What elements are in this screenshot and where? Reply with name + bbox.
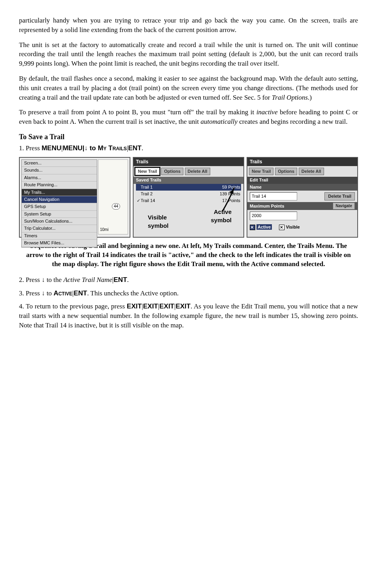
menu-key: MENU [41,144,61,152]
text: |↓ to [83,144,98,152]
menu-item[interactable]: Timers [22,233,97,240]
active-trail-name-term: Active Trail Name [63,276,112,284]
options-button[interactable]: Options [161,168,183,175]
text: 3. Press ↓ to [19,289,53,297]
text: . This unchecks the Active option. [87,289,179,297]
menu-item[interactable]: Route Planning... [22,182,97,189]
text: . [127,276,129,284]
new-trail-button[interactable]: New Trail [135,168,160,175]
text: creates and begins recording a new trail… [238,118,348,125]
checkbox-row: Active Visible [250,224,355,230]
active-checkbox[interactable] [250,225,255,230]
exit-key: EXIT [175,303,190,310]
figure-row: Screen... Sounds... Alarms... Route Plan… [19,157,358,238]
step-3: 3. Press ↓ to Active|ENT. This unchecks … [19,289,358,298]
text: 4. To return to the previous page, press [19,303,127,310]
saved-trails-header: Saved Trails [134,177,243,183]
exit-key: EXIT [159,303,174,310]
visible-symbol-label: Visiblesymbol [148,213,169,230]
max-points-field: 2000 [250,212,355,220]
trails-title: Trails [134,158,243,166]
trail-name: Trail 14 [141,198,155,203]
trails-button-row: New Trail Options Delete All [134,166,243,177]
trail-options-term: Trail Options [272,94,308,101]
text: . [141,144,143,152]
trail-name-input[interactable]: Trail 14 [250,192,297,200]
trails-title: Trails [247,158,357,166]
new-trail-button[interactable]: New Trail [249,168,273,175]
ent-key: ENT [128,144,141,152]
text: To preserve a trail from point A to poin… [19,108,256,116]
paragraph-3: By default, the trail flashes once a sec… [19,74,358,102]
max-points-input[interactable]: 2000 [250,212,297,220]
exit-key: EXIT [143,303,158,310]
delete-all-button[interactable]: Delete All [185,168,210,175]
paragraph-1: particularly handy when you are trying t… [19,16,358,35]
delete-all-button[interactable]: Delete All [299,168,324,175]
trail-name: Trail 1 [141,185,153,189]
paragraph-4: To preserve a trail from point A to poin… [19,108,358,127]
menu-item[interactable]: Sun/Moon Calculations... [22,218,97,225]
options-button[interactable]: Options [275,168,297,175]
menu-item-cancel-nav[interactable]: Cancel Navigation [22,196,97,203]
main-menu: Screen... Sounds... Alarms... Route Plan… [21,159,97,248]
save-trail-heading: To Save a Trail [19,132,358,142]
map-scale: 10mi [100,227,109,233]
menu-item-my-trails[interactable]: My Trails... [22,189,97,196]
my-trails-key: My Trails [98,144,126,152]
ent-key: ENT [114,276,127,284]
screenshot-edit-trail-panel: Trails New Trail Options Delete All Edit… [247,157,358,238]
max-points-label: Maximum Points [250,203,284,209]
menu-item[interactable]: GPS Setup [22,203,97,210]
text: .) [308,94,312,101]
menu-item[interactable]: Screen... [22,160,97,167]
visible-label: Visible [286,225,300,229]
map-marker: 44 [112,203,120,210]
menu-item[interactable]: Browse MMC Files... [22,240,97,247]
step-2: 2. Press ↓ to the Active Trail Name|ENT. [19,275,358,285]
max-points-row: Maximum Points Navigate [247,202,357,210]
inactive-term: inactive [256,108,278,116]
visible-check: ✓ [137,198,141,204]
exit-key: EXIT [127,303,142,310]
name-row: Trail 14 Delete Trail [250,192,355,200]
name-label: Name [247,184,357,191]
menu-item[interactable]: Trip Calculator... [22,225,97,232]
screenshot-trails-panel: Trails New Trail Options Delete All Save… [133,157,244,238]
trail-name: Trail 2 [141,191,153,196]
step-1: 1. Press MENU|MENU|↓ to My Trails|ENT. [19,144,358,153]
text: 1. Press [19,144,41,152]
paragraph-2: The unit is set at the factory to automa… [19,40,358,68]
ent-key: ENT [74,289,87,297]
menu-item[interactable]: Sounds... [22,167,97,174]
menu-item[interactable]: Alarms... [22,174,97,182]
active-label: Active [256,224,272,230]
screenshot-menu-panel: Screen... Sounds... Alarms... Route Plan… [19,157,130,238]
visible-checkbox[interactable] [279,225,285,230]
map-preview: 44 10mi [98,159,128,234]
menu-key: MENU [63,144,83,152]
automatically-term: automatically [201,118,238,125]
edit-trail-section: Edit Trail [247,177,357,183]
navigate-button[interactable]: Navigate [333,202,355,210]
active-key: Active [53,289,72,297]
menu-item[interactable]: System Setup [22,211,97,218]
trails-button-row: New Trail Options Delete All [247,166,357,177]
step-4: 4. To return to the previous page, press… [19,302,358,330]
delete-trail-button[interactable]: Delete Trail [324,192,355,200]
active-symbol-label: Activesymbol [211,208,232,224]
text: 2. Press ↓ to the [19,276,63,284]
